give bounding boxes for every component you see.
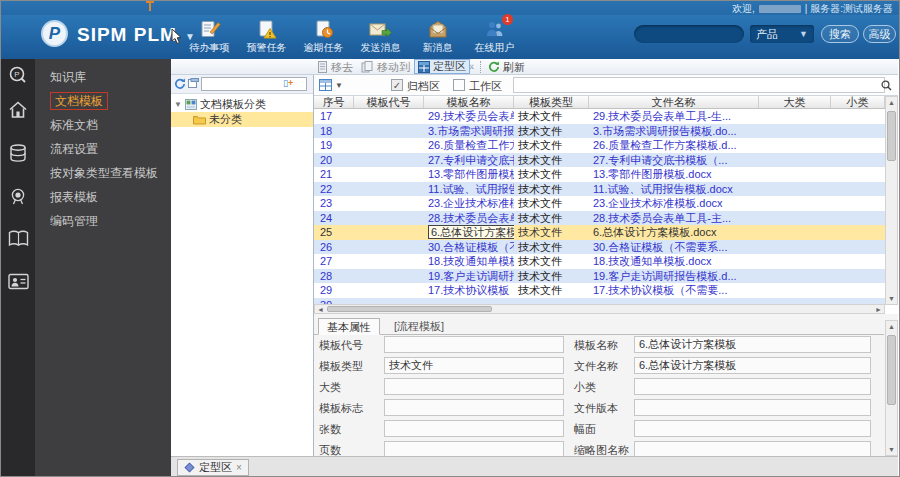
column-header-6[interactable]: 小类	[831, 96, 885, 108]
tree-refresh-icon[interactable]	[174, 78, 186, 90]
table-horizontal-scrollbar[interactable]: ◄ ►	[314, 304, 885, 314]
move-to-button[interactable]: 移动到	[361, 60, 410, 74]
table-row[interactable]: 2630.合格证模板（不需要系...技术文件30.合格证模板（不需要系...	[314, 240, 885, 255]
tree-settings-icon[interactable]	[188, 78, 199, 89]
search-category-select[interactable]: 产品 ▼	[750, 25, 814, 43]
nav-online-users[interactable]: 在线用户1	[466, 17, 523, 55]
cell-major	[759, 254, 831, 269]
nav-warning-task[interactable]: 预警任务	[238, 17, 295, 55]
table-row[interactable]: 2718.技改通知单模板技术文件18.技改通知单模板.docx	[314, 254, 885, 269]
nav-todo[interactable]: 待办事项	[181, 17, 238, 55]
nav-overdue-task[interactable]: 逾期任务	[295, 17, 352, 55]
field-value[interactable]: 6.总体设计方案模板	[634, 357, 871, 374]
nav-label: 在线用户	[475, 41, 515, 55]
nav-send-message[interactable]: 发送消息	[352, 17, 409, 55]
database-icon[interactable]	[1, 141, 35, 165]
remove-label: 移去	[331, 60, 353, 75]
workspace-checkbox[interactable]	[453, 79, 465, 91]
column-header-5[interactable]: 大类	[759, 96, 831, 108]
remove-button[interactable]: 移去	[317, 60, 353, 74]
home-icon[interactable]	[1, 97, 35, 121]
sidebar-item-6[interactable]: 编码管理	[35, 209, 171, 233]
broadcast-icon[interactable]	[1, 184, 35, 208]
cell-file: 26.质量检查工作方案模板.d...	[589, 138, 759, 153]
field-value[interactable]	[634, 378, 871, 395]
cell-code	[354, 196, 424, 211]
new-message-icon	[428, 17, 448, 39]
column-header-4[interactable]: 文件名称	[589, 96, 759, 108]
table-row[interactable]: 2428.技术委员会表单工具-主...技术文件28.技术委员会表单工具-主...	[314, 211, 885, 226]
scroll-left-icon[interactable]: ◄	[317, 305, 324, 314]
sidebar-item-3[interactable]: 流程设置	[35, 137, 171, 161]
table-vertical-scrollbar[interactable]: ▲ ▼	[885, 96, 898, 305]
refresh-label: 刷新	[503, 60, 525, 75]
sidebar-item-1[interactable]: 文档模板	[35, 89, 171, 113]
tree-add-icon[interactable]: +	[288, 78, 293, 88]
id-card-icon[interactable]	[1, 269, 35, 293]
cell-code	[354, 138, 424, 153]
table-row[interactable]: 1729.技术委员会表单工具-生...技术文件29.技术委员会表单工具-生...	[314, 109, 885, 124]
field-label: 文件版本	[574, 401, 618, 416]
field-value[interactable]	[634, 441, 871, 456]
detail-field-row: 文件名称6.总体设计方案模板	[314, 357, 884, 374]
global-search-input[interactable]	[634, 25, 744, 43]
cell-minor	[831, 211, 885, 226]
tab-process-template[interactable]: [流程模板]	[386, 318, 452, 335]
table-row[interactable]: 2211.试验、试用报告模板技术文件11.试验、试用报告模板.docx	[314, 182, 885, 197]
workspace-label: 工作区	[469, 79, 502, 94]
table-row[interactable]: 2027.专利申请交底书模板（...技术文件27.专利申请交底书模板（...	[314, 153, 885, 168]
advanced-search-button[interactable]: 高级	[863, 25, 896, 43]
detail-vertical-scrollbar[interactable]: ▲ ▼	[885, 320, 898, 456]
sidebar-item-label: 流程设置	[50, 142, 98, 156]
cell-seq: 22	[314, 182, 354, 197]
search-button[interactable]: 搜索	[821, 25, 859, 43]
scroll-down-icon[interactable]: ▼	[886, 295, 897, 302]
book-icon[interactable]	[1, 227, 35, 251]
scroll-thumb[interactable]	[887, 335, 896, 405]
column-header-1[interactable]: 模板代号	[354, 96, 424, 108]
scroll-up-icon[interactable]: ▲	[886, 323, 897, 330]
field-value[interactable]	[634, 399, 871, 416]
cell-minor	[831, 182, 885, 197]
sidebar-item-0[interactable]: 知识库	[35, 65, 171, 89]
scroll-right-icon[interactable]: ►	[875, 305, 882, 314]
search-icon[interactable]	[881, 80, 892, 91]
column-header-0[interactable]: 序号	[314, 96, 354, 108]
scroll-thumb[interactable]	[327, 306, 492, 312]
field-label: 小类	[574, 380, 596, 395]
tree-expand-caret-icon[interactable]: ▼	[174, 100, 182, 109]
scroll-thumb[interactable]	[887, 111, 896, 161]
finalized-area-tab[interactable]: 定型区 ×	[177, 459, 249, 476]
column-header-3[interactable]: 模板类型	[514, 96, 589, 108]
sidebar-item-4[interactable]: 按对象类型查看模板	[35, 161, 171, 185]
column-header-2[interactable]: 模板名称	[424, 96, 514, 108]
focused-cell-value[interactable]: 6.总体设计方案模板	[428, 225, 514, 239]
table-search-input[interactable]	[513, 77, 885, 93]
table-row[interactable]: 1926.质量检查工作方案模板技术文件26.质量检查工作方案模板.d...	[314, 138, 885, 153]
todo-icon	[199, 17, 221, 39]
table-row[interactable]: 2819.客户走访调研报告模板技术文件19.客户走访调研报告模板.d...	[314, 269, 885, 284]
table-row[interactable]: 183.市场需求调研报告模板技术文件3.市场需求调研报告模板.do...	[314, 124, 885, 139]
finalized-area-button[interactable]: 定型区	[414, 59, 470, 74]
table-row[interactable]: 2917.技术协议模板（不需要...技术文件17.技术协议模板（不需要...	[314, 283, 885, 298]
header-nav: 待办事项预警任务逾期任务发送消息新消息在线用户1	[181, 17, 523, 55]
nav-new-message[interactable]: 新消息	[409, 17, 466, 55]
sipm-logo-icon[interactable]: P	[1, 63, 35, 87]
tab-basic-properties[interactable]: 基本属性	[318, 318, 380, 335]
table-row[interactable]: 2323.企业技术标准模板技术文件23.企业技术标准模板.docx	[314, 196, 885, 211]
sidebar-item-5[interactable]: 报表模板	[35, 185, 171, 209]
field-value[interactable]: 6.总体设计方案模板	[634, 336, 871, 353]
tree-node-root[interactable]: ▼ 文档模板分类	[171, 97, 313, 112]
tree-node-unclassified[interactable]: 未分类	[171, 112, 313, 127]
field-value[interactable]	[634, 420, 871, 437]
scroll-down-icon[interactable]: ▼	[886, 446, 897, 453]
close-icon[interactable]: ×	[236, 462, 242, 473]
sidebar-item-2[interactable]: 标准文档	[35, 113, 171, 137]
table-row[interactable]: 256.总体设计方案模板技术文件6.总体设计方案模板.docx	[314, 225, 885, 240]
archive-checkbox[interactable]: ✓	[391, 79, 403, 91]
refresh-button[interactable]: 刷新	[488, 60, 525, 74]
view-caret-icon[interactable]: ▼	[335, 81, 343, 90]
table-row[interactable]: 2113.零部件图册模板技术文件13.零部件图册模板.docx	[314, 167, 885, 182]
view-grid-icon[interactable]	[319, 79, 332, 91]
scroll-up-icon[interactable]: ▲	[886, 99, 897, 106]
